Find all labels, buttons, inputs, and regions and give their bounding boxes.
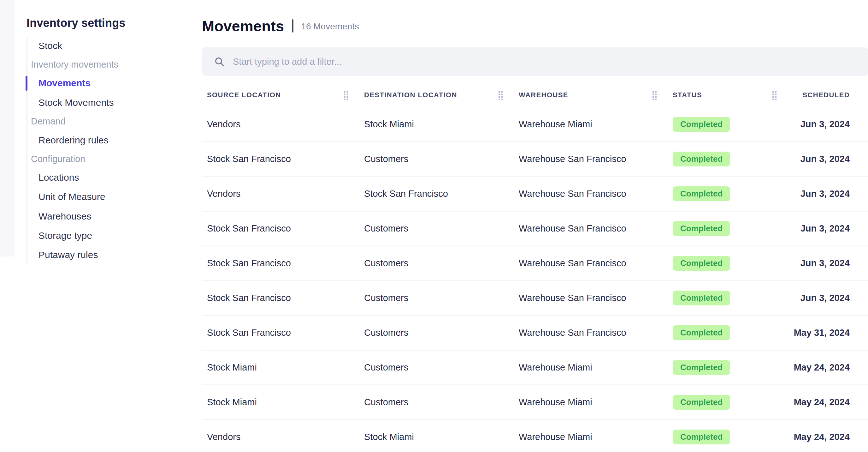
sidebar-item-movements[interactable]: Movements [38, 74, 91, 92]
source-location-cell: Stock San Francisco [202, 258, 359, 269]
column-header-status[interactable]: STATUS [668, 90, 787, 100]
status-badge: Completed [673, 117, 730, 132]
status-cell: Completed [668, 395, 787, 410]
status-badge: Completed [673, 395, 730, 410]
warehouse-cell: Warehouse San Francisco [514, 223, 668, 234]
destination-location-cell: Customers [359, 154, 514, 164]
sidebar-item-putaway-rules[interactable]: Putaway rules [38, 246, 98, 264]
scheduled-cell: Jun 3, 2024 [787, 189, 868, 199]
status-cell: Completed [668, 326, 787, 340]
destination-location-cell: Stock Miami [359, 119, 514, 130]
warehouse-cell: Warehouse Miami [514, 397, 668, 407]
active-item-marker [26, 76, 27, 91]
source-location-cell: Vendors [202, 432, 359, 442]
warehouse-cell: Warehouse San Francisco [514, 189, 668, 199]
source-location-cell: Vendors [202, 119, 359, 130]
table-row[interactable]: Stock San Francisco Customers Warehouse … [202, 316, 868, 350]
status-badge: Completed [673, 326, 730, 340]
column-resize-handle-icon[interactable] [343, 90, 348, 100]
column-resize-handle-icon[interactable] [771, 90, 777, 100]
scheduled-cell: May 24, 2024 [787, 432, 868, 442]
sidebar-section-configuration: Configuration [31, 149, 86, 168]
scheduled-cell: Jun 3, 2024 [787, 154, 868, 164]
status-cell: Completed [668, 256, 787, 271]
scheduled-cell: Jun 3, 2024 [787, 119, 868, 130]
status-cell: Completed [668, 290, 787, 306]
status-cell: Completed [668, 151, 787, 166]
destination-location-cell: Customers [359, 397, 514, 407]
destination-location-cell: Customers [359, 362, 514, 373]
destination-location-cell: Stock San Francisco [359, 189, 514, 199]
table-row[interactable]: Stock San Francisco Customers Warehouse … [202, 281, 868, 316]
table-row[interactable]: Stock San Francisco Customers Warehouse … [202, 211, 868, 246]
sidebar-section-demand: Demand [31, 112, 66, 131]
destination-location-cell: Customers [359, 293, 514, 303]
warehouse-cell: Warehouse Miami [514, 362, 668, 373]
destination-location-cell: Customers [359, 328, 514, 338]
sidebar-title: Inventory settings [27, 17, 126, 30]
column-resize-handle-icon[interactable] [652, 90, 657, 100]
sidebar-item-unit-of-measure[interactable]: Unit of Measure [38, 187, 105, 206]
source-location-cell: Stock San Francisco [202, 223, 359, 234]
page-header: Movements 16 Movements [202, 17, 359, 35]
column-header-scheduled[interactable]: SCHEDULED [787, 91, 868, 99]
column-resize-handle-icon[interactable] [498, 90, 503, 100]
table-row[interactable]: Vendors Stock Miami Warehouse Miami Comp… [202, 107, 868, 142]
table-row[interactable]: Stock Miami Customers Warehouse Miami Co… [202, 350, 868, 385]
source-location-cell: Vendors [202, 189, 359, 199]
table-row[interactable]: Stock Miami Customers Warehouse Miami Co… [202, 385, 868, 420]
warehouse-cell: Warehouse San Francisco [514, 328, 668, 338]
status-badge: Completed [673, 221, 730, 236]
scheduled-cell: Jun 3, 2024 [787, 293, 868, 303]
warehouse-cell: Warehouse Miami [514, 119, 668, 130]
sidebar-item-reordering-rules[interactable]: Reordering rules [38, 131, 108, 150]
status-cell: Completed [668, 221, 787, 236]
table-header-row: SOURCE LOCATION DESTINATION LOCATION WAR… [202, 85, 868, 106]
status-badge: Completed [673, 256, 730, 271]
settings-sidebar: Inventory settings Stock Inventory movem… [0, 0, 196, 452]
scheduled-cell: May 24, 2024 [787, 397, 868, 407]
search-icon [214, 56, 225, 67]
source-location-cell: Stock San Francisco [202, 328, 359, 338]
table-row[interactable]: Stock San Francisco Customers Warehouse … [202, 142, 868, 177]
source-location-cell: Stock San Francisco [202, 154, 359, 164]
sidebar-item-stock[interactable]: Stock [38, 36, 62, 55]
status-cell: Completed [668, 186, 787, 201]
sidebar-item-storage-type[interactable]: Storage type [38, 226, 92, 245]
destination-location-cell: Customers [359, 258, 514, 269]
scheduled-cell: Jun 3, 2024 [787, 223, 868, 234]
destination-location-cell: Stock Miami [359, 432, 514, 442]
title-divider [292, 19, 293, 32]
status-cell: Completed [668, 430, 787, 445]
status-badge: Completed [673, 186, 730, 201]
table-row[interactable]: Vendors Stock San Francisco Warehouse Sa… [202, 177, 868, 211]
scheduled-cell: May 31, 2024 [787, 328, 868, 338]
sidebar-item-locations[interactable]: Locations [38, 168, 79, 187]
sidebar-item-stock-movements[interactable]: Stock Movements [38, 93, 114, 112]
table-row[interactable]: Stock San Francisco Customers Warehouse … [202, 246, 868, 281]
status-badge: Completed [673, 151, 730, 166]
status-cell: Completed [668, 117, 787, 132]
sidebar-section-inventory-movements: Inventory movements [31, 55, 118, 74]
scheduled-cell: May 24, 2024 [787, 362, 868, 373]
sidebar-indent-line [27, 38, 27, 264]
table-row[interactable]: Vendors Stock Miami Warehouse Miami Comp… [202, 420, 868, 452]
warehouse-cell: Warehouse San Francisco [514, 293, 668, 303]
movement-count: 16 Movements [301, 20, 359, 32]
sidebar-item-warehouses[interactable]: Warehouses [38, 207, 91, 226]
status-badge: Completed [673, 430, 730, 445]
warehouse-cell: Warehouse Miami [514, 432, 668, 442]
status-cell: Completed [668, 360, 787, 375]
source-location-cell: Stock Miami [202, 397, 359, 407]
filter-input[interactable] [233, 57, 859, 67]
warehouse-cell: Warehouse San Francisco [514, 258, 668, 269]
movements-table: Vendors Stock Miami Warehouse Miami Comp… [202, 107, 868, 452]
page-title: Movements [202, 18, 284, 35]
column-header-warehouse[interactable]: WAREHOUSE [514, 90, 668, 100]
filter-bar[interactable] [202, 47, 868, 76]
destination-location-cell: Customers [359, 223, 514, 234]
source-location-cell: Stock San Francisco [202, 293, 359, 303]
status-badge: Completed [673, 290, 730, 306]
column-header-destination-location[interactable]: DESTINATION LOCATION [359, 90, 514, 100]
column-header-source-location[interactable]: SOURCE LOCATION [202, 90, 359, 100]
